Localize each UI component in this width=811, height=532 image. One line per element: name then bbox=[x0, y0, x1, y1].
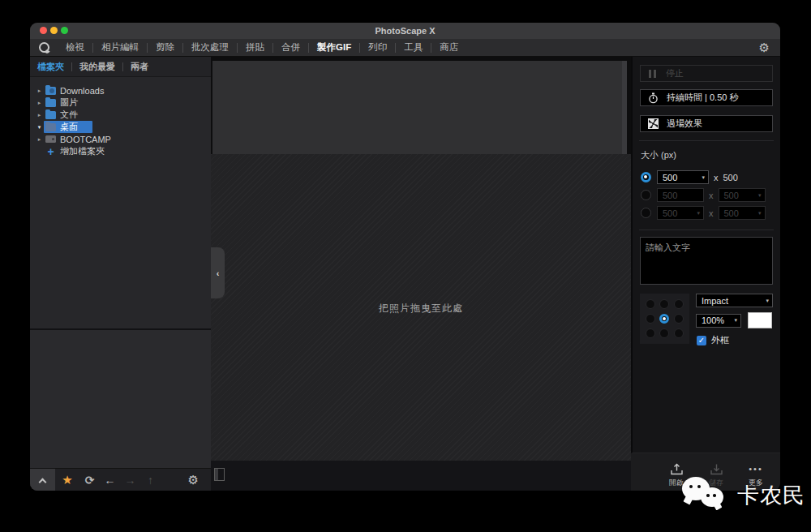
size-width-value: 500 bbox=[663, 173, 677, 182]
drive-icon bbox=[45, 135, 56, 143]
tree-item-label: Downloads bbox=[60, 86, 104, 96]
chevron-right-icon[interactable]: ▸ bbox=[35, 100, 44, 106]
preview-pane bbox=[30, 330, 211, 468]
align-bottom-right[interactable] bbox=[674, 328, 684, 338]
size-height-value: 500 bbox=[724, 191, 739, 200]
align-top-right[interactable] bbox=[674, 299, 684, 309]
tree-item-pictures[interactable]: ▸ 圖片 bbox=[30, 97, 211, 109]
align-middle-right[interactable] bbox=[674, 314, 684, 324]
gif-preview-canvas[interactable]: 把照片拖曳至此處 bbox=[211, 154, 631, 461]
main-area: 把照片拖曳至此處 bbox=[211, 57, 631, 491]
font-size-select[interactable]: 100% bbox=[696, 314, 741, 328]
tab-combine[interactable]: 合併 bbox=[273, 39, 308, 56]
font-family-select[interactable]: Impact bbox=[696, 294, 773, 307]
transition-button[interactable]: 過場效果 bbox=[640, 115, 773, 132]
outline-checkbox[interactable] bbox=[697, 336, 706, 345]
sidebar: 檔案夾 我的最愛 兩者 ▸ Downloads ▸ 圖片 ▸ bbox=[30, 57, 211, 491]
sidebar-tab-favorites[interactable]: 我的最愛 bbox=[72, 61, 122, 73]
align-middle-left[interactable] bbox=[646, 314, 655, 324]
size-width-select-disabled: 500 bbox=[657, 206, 704, 220]
chevron-right-icon[interactable]: ▸ bbox=[35, 136, 44, 143]
sidebar-tab-both[interactable]: 兩者 bbox=[123, 61, 156, 73]
pause-icon bbox=[649, 70, 656, 78]
folder-icon bbox=[45, 111, 56, 119]
sidebar-tabs: 檔案夾 我的最愛 兩者 bbox=[30, 57, 211, 77]
align-top-left[interactable] bbox=[646, 299, 655, 309]
sidebar-bottom-toolbar bbox=[30, 468, 211, 491]
photoscape-logo-icon bbox=[39, 42, 49, 53]
chevron-up-icon bbox=[39, 478, 47, 486]
size-option-row-2: 500 x 500 bbox=[640, 187, 773, 204]
size-radio-selected[interactable] bbox=[641, 172, 651, 182]
caret-down-icon bbox=[702, 174, 705, 181]
tree-item-label: 文件 bbox=[60, 109, 78, 121]
tree-item-desktop[interactable]: ▾ 桌面 bbox=[30, 121, 211, 133]
caret-down-icon bbox=[758, 210, 762, 217]
size-height-select-disabled: 500 bbox=[719, 206, 766, 220]
tab-editor[interactable]: 相片編輯 bbox=[93, 39, 147, 56]
align-middle-center[interactable] bbox=[659, 314, 669, 324]
main-toolbar: 檢視 相片編輯 剪除 批次處理 拼貼 合併 製作GIF 列印 工具 商店 bbox=[30, 39, 780, 57]
tree-item-label: BOOTCAMP bbox=[60, 135, 111, 144]
tab-cut[interactable]: 剪除 bbox=[148, 39, 182, 56]
duration-label: 持續時間 | 0.50 秒 bbox=[667, 92, 738, 104]
sidebar-gear-icon[interactable] bbox=[188, 473, 199, 487]
up-arrow-icon[interactable] bbox=[140, 474, 161, 487]
gif-frame-strip[interactable] bbox=[212, 61, 627, 154]
forward-arrow-icon[interactable] bbox=[120, 474, 140, 487]
chevron-down-icon[interactable]: ▾ bbox=[35, 124, 44, 131]
desktop-background: PhotoScape X 檢視 相片編輯 剪除 批次處理 拼貼 合併 製作GIF… bbox=[0, 0, 811, 532]
align-bottom-center[interactable] bbox=[659, 328, 669, 338]
outline-label: 外框 bbox=[711, 334, 729, 346]
tree-item-label: 圖片 bbox=[60, 97, 78, 109]
canvas-bottom-bar bbox=[211, 461, 631, 491]
size-height-value: 500 bbox=[724, 208, 739, 218]
add-folder-icon bbox=[45, 148, 56, 156]
duration-button[interactable]: 持續時間 | 0.50 秒 bbox=[640, 89, 773, 106]
favorite-star-icon[interactable] bbox=[55, 473, 79, 487]
chevron-right-icon[interactable]: ▸ bbox=[35, 112, 44, 118]
size-height-select-disabled: 500 bbox=[719, 188, 766, 202]
refresh-icon[interactable] bbox=[79, 474, 100, 487]
photoscape-window: PhotoScape X 檢視 相片編輯 剪除 批次處理 拼貼 合併 製作GIF… bbox=[30, 23, 780, 491]
size-x-separator: x bbox=[714, 173, 719, 182]
back-arrow-icon[interactable] bbox=[100, 474, 120, 487]
titlebar: PhotoScape X bbox=[30, 23, 780, 39]
sidebar-tab-folders[interactable]: 檔案夾 bbox=[30, 61, 71, 73]
tab-tools[interactable]: 工具 bbox=[396, 39, 431, 56]
tree-item-add-folder[interactable]: 增加檔案夾 bbox=[30, 145, 211, 157]
tree-item-documents[interactable]: ▸ 文件 bbox=[30, 109, 211, 121]
frame-count-icon[interactable] bbox=[214, 468, 225, 481]
tree-item-downloads[interactable]: ▸ Downloads bbox=[30, 84, 211, 97]
tab-viewer[interactable]: 檢視 bbox=[58, 39, 92, 56]
align-top-center[interactable] bbox=[659, 299, 669, 309]
gif-text-input[interactable] bbox=[640, 237, 773, 285]
save-download-icon bbox=[710, 463, 723, 476]
settings-gear-icon[interactable] bbox=[759, 39, 770, 57]
tree-item-bootcamp[interactable]: ▸ BOOTCAMP bbox=[30, 133, 211, 145]
panel-collapse-handle[interactable] bbox=[211, 247, 225, 298]
caret-down-icon bbox=[734, 317, 737, 324]
align-bottom-left[interactable] bbox=[646, 328, 655, 338]
frame-strip-scrollbar[interactable] bbox=[622, 61, 627, 154]
wechat-logo-icon bbox=[682, 477, 734, 514]
chevron-right-icon[interactable]: ▸ bbox=[35, 88, 44, 94]
size-section-label: 大小 (px) bbox=[641, 149, 773, 161]
tab-store[interactable]: 商店 bbox=[431, 39, 466, 56]
caret-down-icon bbox=[758, 192, 762, 199]
tab-print[interactable]: 列印 bbox=[360, 39, 395, 56]
size-width-select[interactable]: 500 bbox=[657, 170, 709, 184]
text-align-grid bbox=[640, 294, 689, 344]
size-radio[interactable] bbox=[641, 190, 651, 200]
tab-collage[interactable]: 拼貼 bbox=[238, 39, 272, 56]
collapse-sidebar-button[interactable] bbox=[30, 469, 55, 491]
transition-effect-icon bbox=[648, 118, 659, 129]
window-title: PhotoScape X bbox=[30, 23, 780, 39]
folder-desktop-icon bbox=[45, 123, 56, 131]
tree-item-label: 桌面 bbox=[60, 121, 78, 133]
size-radio[interactable] bbox=[641, 208, 651, 218]
text-color-swatch[interactable] bbox=[748, 312, 772, 328]
size-width-input[interactable]: 500 bbox=[657, 188, 704, 202]
tab-batch[interactable]: 批次處理 bbox=[183, 39, 237, 56]
tab-create-gif[interactable]: 製作GIF bbox=[309, 39, 359, 56]
